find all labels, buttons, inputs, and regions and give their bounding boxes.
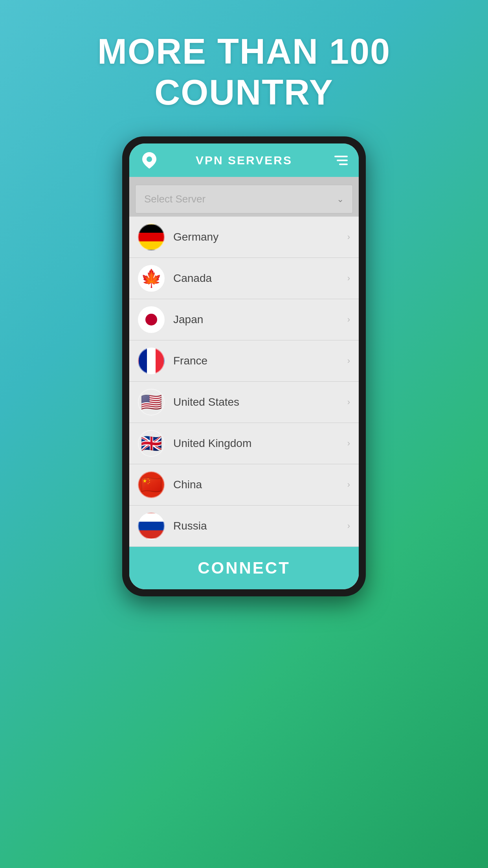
country-item-russia[interactable]: Russia ›: [129, 506, 359, 547]
headline-text: MORE THAN 100 COUNTRY: [97, 31, 391, 113]
country-item-japan[interactable]: Japan ›: [129, 299, 359, 340]
chevron-right-icon: ›: [347, 273, 350, 283]
hamburger-menu-icon[interactable]: [330, 151, 348, 169]
svg-point-0: [147, 156, 152, 162]
country-name-united-states: United States: [173, 396, 347, 408]
country-item-canada[interactable]: 🍁 Canada ›: [129, 258, 359, 299]
flag-germany: [138, 224, 165, 250]
flag-united-kingdom: 🇬🇧: [138, 430, 165, 457]
country-name-germany: Germany: [173, 231, 347, 243]
country-item-france[interactable]: France ›: [129, 340, 359, 382]
app-content: Select Server ⌄ Germany › 🍁 Canada ›: [129, 177, 359, 589]
select-server-dropdown[interactable]: Select Server ⌄: [135, 185, 353, 213]
flag-china: 🇨🇳: [138, 471, 165, 498]
flag-france: [138, 348, 165, 374]
phone-screen: VPN SERVERS Select Server ⌄ Germany: [129, 143, 359, 589]
country-item-united-kingdom[interactable]: 🇬🇧 United Kingdom ›: [129, 423, 359, 464]
phone-mockup: VPN SERVERS Select Server ⌄ Germany: [122, 136, 366, 596]
app-header: VPN SERVERS: [129, 143, 359, 177]
country-list-inner: Germany › 🍁 Canada › Japan ›: [129, 217, 359, 547]
chevron-right-icon: ›: [347, 356, 350, 366]
country-name-japan: Japan: [173, 313, 347, 326]
connect-button[interactable]: CONNECT: [129, 547, 359, 589]
country-list: Germany › 🍁 Canada › Japan ›: [129, 213, 359, 547]
country-name-china: China: [173, 478, 347, 491]
chevron-down-icon: ⌄: [337, 194, 344, 204]
country-name-united-kingdom: United Kingdom: [173, 437, 347, 450]
country-name-russia: Russia: [173, 520, 347, 532]
menu-bar-3: [339, 164, 348, 165]
chevron-right-icon: ›: [347, 521, 350, 531]
flag-united-states: 🇺🇸: [138, 389, 165, 416]
country-item-germany[interactable]: Germany ›: [129, 217, 359, 258]
location-pin-icon[interactable]: [140, 151, 158, 169]
country-name-france: France: [173, 355, 347, 367]
app-title: VPN SERVERS: [158, 154, 330, 167]
chevron-right-icon: ›: [347, 438, 350, 449]
flag-japan: [138, 306, 165, 333]
select-server-placeholder: Select Server: [144, 193, 205, 205]
flag-russia: [138, 513, 165, 539]
flag-canada: 🍁: [138, 265, 165, 292]
country-item-china[interactable]: 🇨🇳 China ›: [129, 464, 359, 506]
country-name-canada: Canada: [173, 272, 347, 285]
menu-bar-2: [337, 160, 348, 161]
chevron-right-icon: ›: [347, 397, 350, 407]
chevron-right-icon: ›: [347, 480, 350, 490]
country-item-united-states[interactable]: 🇺🇸 United States ›: [129, 382, 359, 423]
chevron-right-icon: ›: [347, 314, 350, 325]
chevron-right-icon: ›: [347, 232, 350, 242]
menu-bar-1: [334, 156, 348, 157]
